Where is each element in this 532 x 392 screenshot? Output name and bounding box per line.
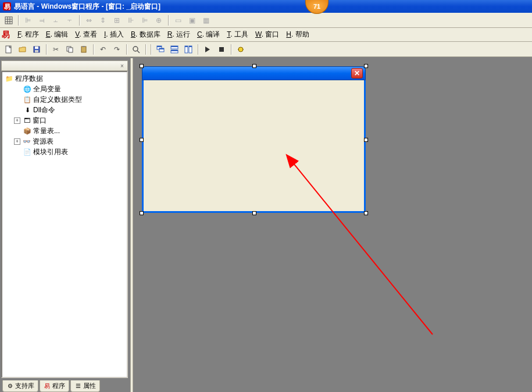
same-width-icon[interactable]: ⇔ <box>83 14 95 27</box>
svg-rect-18 <box>157 46 162 47</box>
copy-icon[interactable] <box>63 43 76 56</box>
align-left-icon[interactable]: ⊫ <box>22 14 34 27</box>
ungroup-icon[interactable]: ▣ <box>185 14 198 27</box>
main-area: × 📁 程序数据 🌐 全局变量 📋 自定义数据类型 <box>0 58 532 392</box>
menu-edit[interactable]: E. 编辑 <box>42 28 72 41</box>
tab-support-lib[interactable]: ⚙ 支持库 <box>2 380 38 392</box>
resize-handle-mr[interactable] <box>364 138 368 142</box>
tree-item-datatypes[interactable]: 📋 自定义数据类型 <box>3 94 126 105</box>
svg-rect-12 <box>69 48 73 52</box>
prog-icon: 易 <box>44 383 51 390</box>
window-titlebar: 易 易语言 - Windows窗口程序 - [窗口: _启动窗口] <box>0 0 532 13</box>
svg-rect-10 <box>35 50 38 52</box>
svg-rect-26 <box>185 46 188 47</box>
type-icon: 📋 <box>23 95 32 104</box>
svg-point-15 <box>133 47 138 51</box>
svg-rect-29 <box>219 47 224 52</box>
resize-handle-bl[interactable] <box>140 211 144 215</box>
cut-icon[interactable]: ✂ <box>49 43 62 56</box>
svg-point-30 <box>238 47 243 52</box>
tab-properties[interactable]: ☰ 属性 <box>70 380 100 392</box>
window-cascade-icon[interactable] <box>154 43 167 56</box>
panel-close-icon[interactable]: × <box>118 62 126 70</box>
menu-window[interactable]: W. 窗口 <box>252 28 283 41</box>
stop-icon[interactable] <box>215 43 228 56</box>
resize-handle-br[interactable] <box>364 211 368 215</box>
tree-item-modules[interactable]: 📄 模块引用表 <box>3 147 126 157</box>
svg-rect-24 <box>171 50 178 51</box>
layout-grid-icon[interactable] <box>2 14 15 27</box>
form-designer[interactable]: ✕ <box>142 66 366 213</box>
bottom-tabs: ⚙ 支持库 易 程序 ☰ 属性 <box>0 379 130 392</box>
align-right-icon[interactable]: ⫤ <box>35 14 48 27</box>
tree-item-globals[interactable]: 🌐 全局变量 <box>3 84 126 94</box>
svg-rect-2 <box>5 17 12 24</box>
hspace-icon[interactable]: ⊪ <box>124 14 137 27</box>
tree-item-constants[interactable]: 📦 常量表... <box>3 126 126 136</box>
new-file-icon[interactable] <box>2 43 15 56</box>
window-title: 易语言 - Windows窗口程序 - [窗口: _启动窗口] <box>14 2 160 12</box>
module-icon: 📄 <box>23 148 32 156</box>
menu-view[interactable]: V. 查看 <box>72 28 101 41</box>
same-size-icon[interactable]: ⊞ <box>110 14 123 27</box>
run-icon[interactable] <box>201 43 214 56</box>
svg-rect-13 <box>81 47 86 52</box>
find-icon[interactable] <box>130 43 142 56</box>
save-file-icon[interactable] <box>30 43 43 56</box>
svg-rect-9 <box>35 47 38 49</box>
center-h-icon[interactable]: ⊕ <box>152 14 165 27</box>
resize-handle-tr[interactable] <box>364 64 368 68</box>
resize-handle-ml[interactable] <box>140 138 144 142</box>
const-icon: 📦 <box>23 127 32 135</box>
window-tilev-icon[interactable] <box>182 43 195 56</box>
panel-header: × <box>1 60 128 71</box>
open-file-icon[interactable] <box>16 43 29 56</box>
resize-handle-bm[interactable] <box>252 211 256 215</box>
menu-compile[interactable]: C. 编译 <box>194 28 223 41</box>
toolbar-alignment: ⊫ ⫤ ⫠ ⫟ ⇔ ⇕ ⊞ ⊪ ⊫ ⊕ ▭ ▣ ▦ <box>0 13 532 28</box>
elang-logo-icon: 易 <box>1 30 10 40</box>
redo-icon[interactable]: ↷ <box>110 43 123 56</box>
lock-icon[interactable]: ▦ <box>199 14 212 27</box>
svg-rect-22 <box>171 46 178 47</box>
tree-item-resources[interactable]: + 👓 资源表 <box>3 136 126 147</box>
form-body[interactable] <box>142 80 366 213</box>
undo-icon[interactable]: ↶ <box>97 43 109 56</box>
app-icon: 易 <box>2 2 12 11</box>
group-icon[interactable]: ▭ <box>172 14 184 27</box>
tree-item-dll[interactable]: ⬇ Dll命令 <box>3 105 126 115</box>
design-canvas[interactable]: ✕ <box>133 58 532 392</box>
svg-rect-14 <box>83 46 85 47</box>
menu-database[interactable]: B. 数据库 <box>127 28 164 41</box>
align-bottom-icon[interactable]: ⫟ <box>63 14 76 27</box>
menu-run[interactable]: R. 运行 <box>164 28 194 41</box>
vspace-icon[interactable]: ⊫ <box>138 14 151 27</box>
menu-insert[interactable]: I. 插入 <box>101 28 127 41</box>
resource-icon: 👓 <box>22 137 31 145</box>
svg-text:易: 易 <box>3 3 10 10</box>
window-tileh-icon[interactable] <box>168 43 181 56</box>
menu-program[interactable]: F. 程序 <box>14 28 42 41</box>
menu-tools[interactable]: T. 工具 <box>223 28 252 41</box>
left-panel: × 📁 程序数据 🌐 全局变量 📋 自定义数据类型 <box>0 58 130 392</box>
align-top-icon[interactable]: ⫠ <box>49 14 62 27</box>
lib-icon: ⚙ <box>6 383 13 390</box>
menu-help[interactable]: H. 帮助 <box>283 28 312 41</box>
dll-icon: ⬇ <box>23 106 32 114</box>
form-close-button[interactable]: ✕ <box>351 68 363 79</box>
paste-icon[interactable] <box>77 43 90 56</box>
form-titlebar[interactable]: ✕ <box>142 66 366 80</box>
expand-icon[interactable]: + <box>14 138 20 145</box>
resize-handle-tl[interactable] <box>140 64 144 68</box>
resize-handle-tm[interactable] <box>252 64 256 68</box>
same-height-icon[interactable]: ⇕ <box>97 14 109 27</box>
debug-icon[interactable] <box>234 43 247 56</box>
svg-rect-28 <box>189 46 192 47</box>
project-tree[interactable]: 📁 程序数据 🌐 全局变量 📋 自定义数据类型 ⬇ Dll命令 <box>1 71 128 378</box>
tree-root[interactable]: 📁 程序数据 <box>3 73 126 84</box>
props-icon: ☰ <box>74 383 81 390</box>
tab-program[interactable]: 易 程序 <box>40 380 69 392</box>
window-icon: 🗔 <box>22 116 31 124</box>
tree-item-windows[interactable]: + 🗔 窗口 <box>3 115 126 126</box>
expand-icon[interactable]: + <box>14 117 20 124</box>
